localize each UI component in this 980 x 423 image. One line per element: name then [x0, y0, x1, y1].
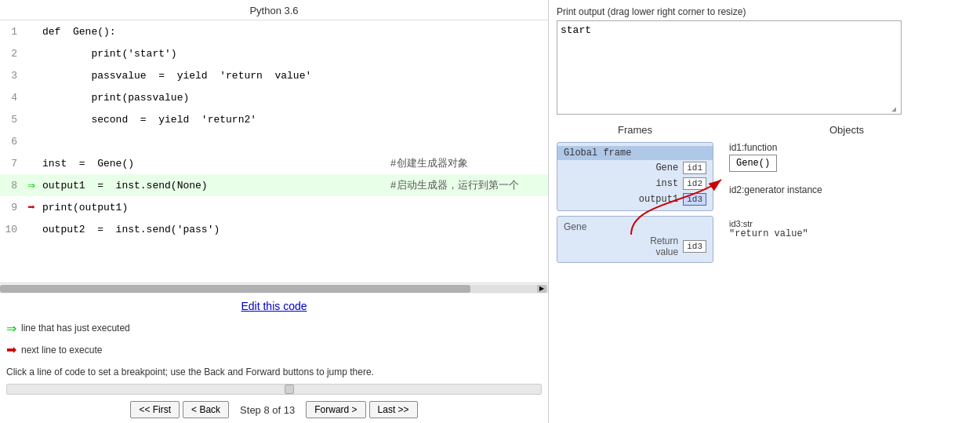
line-number: 8: [0, 174, 24, 196]
forward-button-label: Forward >: [314, 404, 357, 415]
frames-title: Frames: [557, 124, 713, 136]
global-frame-title: Global frame: [557, 146, 713, 160]
scrollbar-right-arrow[interactable]: ▶: [537, 285, 546, 293]
code-comment: [362, 20, 548, 42]
code-title: Python 3.6: [0, 0, 548, 20]
line-number: 9: [0, 196, 24, 218]
back-button[interactable]: < Back: [183, 401, 229, 418]
id1-value-box: Gene(): [729, 155, 777, 172]
arrow-col: [24, 218, 39, 240]
print-output-label: Print output (drag lower right corner to…: [557, 6, 972, 17]
table-row[interactable]: 9 ➡ print(output1): [0, 196, 548, 218]
code-content: inst = Gene(): [39, 152, 362, 174]
current-arrow-icon: ➡: [27, 201, 35, 215]
id3-object: id3:str "return value": [729, 219, 972, 239]
id1-type-label: id1:function: [729, 142, 972, 153]
code-comment: [362, 196, 548, 218]
table-row[interactable]: 7 inst = Gene() #创建生成器对象: [0, 152, 548, 174]
table-row[interactable]: 4 print(passvalue): [0, 86, 548, 108]
code-content: output2 = inst.send('pass'): [39, 218, 362, 240]
legend-executed-row: ⇒ line that has just executed: [6, 319, 542, 339]
code-content: second = yield 'return2': [39, 108, 362, 130]
horizontal-scrollbar[interactable]: ▶: [0, 283, 548, 294]
id1-object: id1:function Gene(): [729, 142, 972, 180]
table-row[interactable]: 1 def Gene():: [0, 20, 548, 42]
code-content: output1 = inst.send(None): [39, 174, 362, 196]
objects-section: Objects id1:function Gene() id2:generato…: [721, 124, 972, 263]
line-number: 1: [0, 20, 24, 42]
code-comment: [362, 130, 548, 152]
line-number: 4: [0, 86, 24, 108]
code-table: 1 def Gene(): 2 print('start') 3 passval…: [0, 20, 548, 240]
arrow-col: ⇒: [24, 174, 39, 196]
legend-current-label: next line to execute: [21, 343, 102, 358]
first-button[interactable]: << First: [130, 401, 180, 418]
code-content: passvalue = yield 'return value': [39, 64, 362, 86]
progress-bar[interactable]: [6, 384, 542, 395]
last-button[interactable]: Last >>: [369, 401, 418, 418]
legend-executed-label: line that has just executed: [21, 321, 130, 336]
forward-button[interactable]: Forward >: [306, 401, 365, 418]
code-comment: #创建生成器对象: [362, 152, 548, 174]
code-content: def Gene():: [39, 20, 362, 42]
line-number: 3: [0, 64, 24, 86]
line-number: 5: [0, 108, 24, 130]
arrow-col: [24, 42, 39, 64]
code-comment: [362, 108, 548, 130]
table-row[interactable]: 3 passvalue = yield 'return value': [0, 64, 548, 86]
last-button-label: Last >>: [378, 404, 409, 415]
breakpoint-instruction: Click a line of code to set a breakpoint…: [6, 366, 374, 377]
print-output-box: start ◢: [557, 20, 902, 115]
edit-link-text[interactable]: Edit this code: [241, 300, 307, 312]
resize-corner-icon[interactable]: ◢: [891, 104, 899, 112]
right-panel: Print output (drag lower right corner to…: [549, 0, 980, 423]
arrow-col: [24, 86, 39, 108]
id3-arrow-svg: [627, 172, 745, 242]
table-row[interactable]: 5 second = yield 'return2': [0, 108, 548, 130]
id3-type-label: id3:str: [729, 219, 972, 228]
code-comment: [362, 86, 548, 108]
table-row[interactable]: 10 output2 = inst.send('pass'): [0, 218, 548, 240]
python-version-label: Python 3.6: [249, 5, 298, 16]
code-content: print('start'): [39, 42, 362, 64]
first-button-label: << First: [139, 404, 171, 415]
id2-type-label: id2:generator instance: [729, 184, 972, 195]
legend-executed-icon: ⇒: [6, 319, 16, 339]
arrow-col: [24, 20, 39, 42]
objects-area: id1:function Gene() id2:generator instan…: [721, 142, 972, 239]
id3-value: "return value": [729, 228, 972, 239]
scrollbar-track: ▶: [0, 285, 548, 293]
line-number: 7: [0, 152, 24, 174]
code-comment: #启动生成器，运行到第一个: [362, 174, 548, 196]
code-content: [39, 130, 362, 152]
legend: ⇒ line that has just executed ➡ next lin…: [0, 315, 548, 365]
code-comment: [362, 64, 548, 86]
table-row[interactable]: 8 ⇒ output1 = inst.send(None) #启动生成器，运行到…: [0, 174, 548, 196]
line-number: 2: [0, 42, 24, 64]
code-area: 1 def Gene(): 2 print('start') 3 passval…: [0, 20, 548, 283]
left-panel: Python 3.6 1 def Gene(): 2 print('start'…: [0, 0, 549, 423]
code-comment: [362, 218, 548, 240]
code-content: print(output1): [39, 196, 362, 218]
nav-buttons: << First < Back Step 8 of 13 Forward > L…: [0, 398, 548, 423]
back-button-label: < Back: [191, 404, 220, 415]
code-comment: [362, 42, 548, 64]
step-info: Step 8 of 13: [232, 401, 303, 418]
executed-arrow-icon: ⇒: [27, 179, 35, 193]
line-number: 6: [0, 130, 24, 152]
arrow-col: ➡: [24, 196, 39, 218]
scrollbar-thumb[interactable]: [0, 285, 470, 293]
code-content: print(passvalue): [39, 86, 362, 108]
edit-code-link[interactable]: Edit this code: [0, 294, 548, 315]
legend-current-icon: ➡: [6, 340, 16, 360]
table-row[interactable]: 6: [0, 130, 548, 152]
legend-current-row: ➡ next line to execute: [6, 340, 542, 360]
progress-thumb[interactable]: [285, 385, 294, 394]
arrow-col: [24, 152, 39, 174]
arrow-col: [24, 64, 39, 86]
arrow-col: [24, 130, 39, 152]
table-row[interactable]: 2 print('start'): [0, 42, 548, 64]
objects-title: Objects: [721, 124, 972, 136]
frames-objects-section: Frames Global frame Gene id1 inst id2 ou…: [557, 124, 972, 263]
line-number: 10: [0, 218, 24, 240]
